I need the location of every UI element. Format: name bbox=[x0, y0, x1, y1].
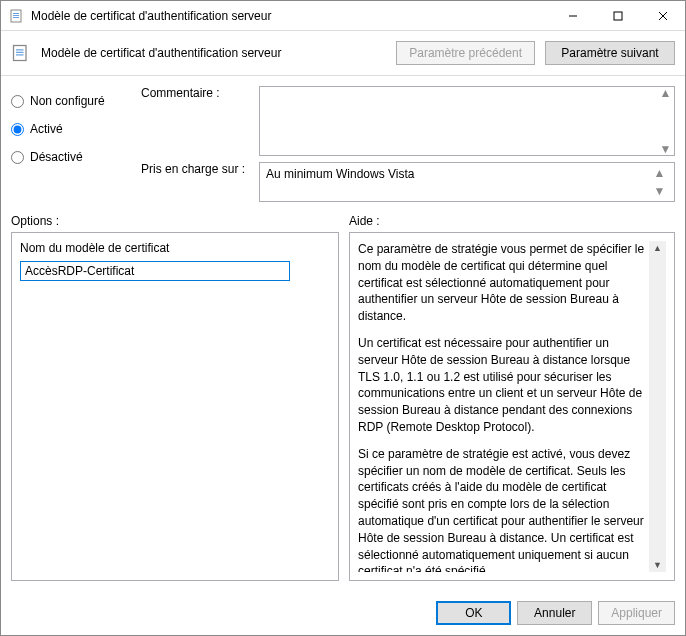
supported-row: Pris en charge sur : Au minimum Windows … bbox=[141, 162, 675, 202]
cancel-button[interactable]: Annuler bbox=[517, 601, 592, 625]
apply-button[interactable]: Appliquer bbox=[598, 601, 675, 625]
scroll-up-icon: ▲ bbox=[649, 243, 666, 253]
comment-row: Commentaire : ▲ ▼ bbox=[141, 86, 675, 156]
policy-icon bbox=[11, 43, 31, 63]
top-section: Non configuré Activé Désactivé Commentai… bbox=[11, 86, 675, 202]
help-text: Ce paramètre de stratégie vous permet de… bbox=[358, 241, 649, 572]
previous-setting-button[interactable]: Paramètre précédent bbox=[396, 41, 535, 65]
help-paragraph: Un certificat est nécessaire pour authen… bbox=[358, 335, 645, 436]
options-panel: Nom du modèle de certificat bbox=[11, 232, 339, 581]
comment-scrollbar[interactable]: ▲ ▼ bbox=[657, 87, 674, 155]
comment-label: Commentaire : bbox=[141, 86, 251, 156]
cert-template-input[interactable] bbox=[20, 261, 290, 281]
close-button[interactable] bbox=[640, 1, 685, 31]
maximize-button[interactable] bbox=[595, 1, 640, 31]
next-setting-button[interactable]: Paramètre suivant bbox=[545, 41, 675, 65]
radio-disabled-input[interactable] bbox=[11, 151, 24, 164]
titlebar: Modèle de certificat d'authentification … bbox=[1, 1, 685, 31]
supported-value: Au minimum Windows Vista bbox=[266, 167, 651, 197]
cert-template-label: Nom du modèle de certificat bbox=[20, 241, 330, 255]
radio-not-configured-input[interactable] bbox=[11, 95, 24, 108]
panels-row: Nom du modèle de certificat Ce paramètre… bbox=[11, 232, 675, 581]
supported-label: Pris en charge sur : bbox=[141, 162, 251, 202]
scroll-down-icon: ▼ bbox=[651, 185, 668, 197]
header-row: Modèle de certificat d'authentification … bbox=[1, 31, 685, 76]
footer: OK Annuler Appliquer bbox=[1, 591, 685, 635]
scroll-up-icon: ▲ bbox=[657, 87, 674, 99]
help-paragraph: Ce paramètre de stratégie vous permet de… bbox=[358, 241, 645, 325]
radio-column: Non configuré Activé Désactivé bbox=[11, 86, 131, 202]
svg-rect-11 bbox=[16, 54, 24, 55]
svg-rect-5 bbox=[614, 12, 622, 20]
radio-disabled[interactable]: Désactivé bbox=[11, 150, 131, 164]
help-panel: Ce paramètre de stratégie vous permet de… bbox=[349, 232, 675, 581]
help-scrollbar[interactable]: ▲ ▼ bbox=[649, 241, 666, 572]
help-paragraph: Si ce paramètre de stratégie est activé,… bbox=[358, 446, 645, 572]
fields-column: Commentaire : ▲ ▼ Pris en charge sur : A… bbox=[141, 86, 675, 202]
svg-rect-9 bbox=[16, 49, 24, 50]
radio-enabled-input[interactable] bbox=[11, 123, 24, 136]
options-label: Options : bbox=[11, 214, 339, 228]
comment-box: ▲ ▼ bbox=[259, 86, 675, 156]
minimize-button[interactable] bbox=[550, 1, 595, 31]
supported-scrollbar[interactable]: ▲ ▼ bbox=[651, 167, 668, 197]
content-area: Non configuré Activé Désactivé Commentai… bbox=[1, 76, 685, 591]
help-label: Aide : bbox=[349, 214, 380, 228]
supported-box: Au minimum Windows Vista ▲ ▼ bbox=[259, 162, 675, 202]
scroll-down-icon: ▼ bbox=[649, 560, 666, 570]
comment-textarea[interactable] bbox=[260, 87, 657, 155]
scroll-down-icon: ▼ bbox=[657, 143, 674, 155]
ok-button[interactable]: OK bbox=[436, 601, 511, 625]
radio-not-configured[interactable]: Non configuré bbox=[11, 94, 131, 108]
header-subtitle: Modèle de certificat d'authentification … bbox=[41, 46, 386, 60]
radio-not-configured-label: Non configuré bbox=[30, 94, 105, 108]
radio-disabled-label: Désactivé bbox=[30, 150, 83, 164]
radio-enabled[interactable]: Activé bbox=[11, 122, 131, 136]
scroll-up-icon: ▲ bbox=[651, 167, 668, 179]
section-labels: Options : Aide : bbox=[11, 214, 675, 228]
svg-rect-1 bbox=[13, 13, 19, 14]
svg-rect-10 bbox=[16, 52, 24, 53]
svg-rect-2 bbox=[13, 15, 19, 16]
policy-icon bbox=[9, 8, 25, 24]
svg-rect-3 bbox=[13, 17, 19, 18]
radio-enabled-label: Activé bbox=[30, 122, 63, 136]
window-title: Modèle de certificat d'authentification … bbox=[31, 9, 550, 23]
